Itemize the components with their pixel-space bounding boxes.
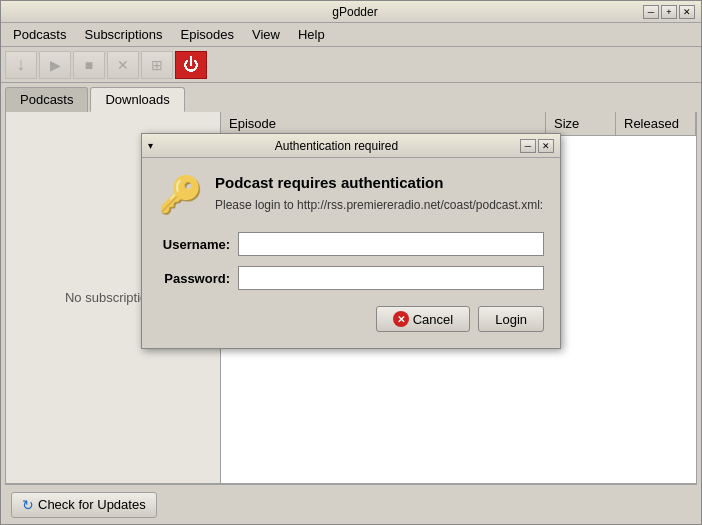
menu-subscriptions[interactable]: Subscriptions	[76, 25, 170, 44]
dialog-body: 🔑 Podcast requires authentication Please…	[142, 158, 560, 348]
key-icon: 🔑	[158, 174, 203, 216]
dialog-titlebar-controls: ─ ✕	[520, 139, 554, 153]
stop-button[interactable]: ■	[73, 51, 105, 79]
modal-overlay: ▾ Authentication required ─ ✕ 🔑 Podcast …	[1, 83, 701, 524]
dialog-heading: Podcast requires authentication	[215, 174, 544, 191]
dialog-subtitle: Please login to http://rss.premiereradio…	[215, 197, 544, 214]
power-button[interactable]: ⏻	[175, 51, 207, 79]
menu-help[interactable]: Help	[290, 25, 333, 44]
toolbar: ↓ ▶ ■ ✕ ⊞ ⏻	[1, 47, 701, 83]
dialog-minimize-button[interactable]: ─	[520, 139, 536, 153]
username-row: Username:	[158, 232, 544, 256]
window-title: gPodder	[67, 5, 643, 19]
download-button[interactable]: ↓	[5, 51, 37, 79]
dialog-buttons: ✕ Cancel Login	[158, 306, 544, 332]
password-label: Password:	[158, 271, 238, 286]
menu-bar: Podcasts Subscriptions Episodes View Hel…	[1, 23, 701, 47]
dialog-header: 🔑 Podcast requires authentication Please…	[158, 174, 544, 216]
login-label: Login	[495, 312, 527, 327]
title-bar: gPodder ─ + ✕	[1, 1, 701, 23]
dialog-header-text: Podcast requires authentication Please l…	[215, 174, 544, 214]
menu-episodes[interactable]: Episodes	[173, 25, 242, 44]
details-button[interactable]: ⊞	[141, 51, 173, 79]
dialog-title: Authentication required	[153, 139, 520, 153]
minimize-button[interactable]: ─	[643, 5, 659, 19]
cancel-icon: ✕	[393, 311, 409, 327]
close-button[interactable]: ✕	[679, 5, 695, 19]
password-input[interactable]	[238, 266, 544, 290]
dialog-cancel-button[interactable]: ✕ Cancel	[376, 306, 470, 332]
cancel-label: Cancel	[413, 312, 453, 327]
auth-dialog: ▾ Authentication required ─ ✕ 🔑 Podcast …	[141, 133, 561, 349]
dialog-close-button[interactable]: ✕	[538, 139, 554, 153]
password-row: Password:	[158, 266, 544, 290]
dialog-titlebar: ▾ Authentication required ─ ✕	[142, 134, 560, 158]
content-area: Podcasts Downloads No subscriptions Epis…	[1, 83, 701, 524]
maximize-button[interactable]: +	[661, 5, 677, 19]
menu-podcasts[interactable]: Podcasts	[5, 25, 74, 44]
username-input[interactable]	[238, 232, 544, 256]
menu-view[interactable]: View	[244, 25, 288, 44]
username-label: Username:	[158, 237, 238, 252]
dialog-login-button[interactable]: Login	[478, 306, 544, 332]
play-button[interactable]: ▶	[39, 51, 71, 79]
title-bar-controls: ─ + ✕	[643, 5, 695, 19]
app-window: gPodder ─ + ✕ Podcasts Subscriptions Epi…	[0, 0, 702, 525]
cancel-button[interactable]: ✕	[107, 51, 139, 79]
